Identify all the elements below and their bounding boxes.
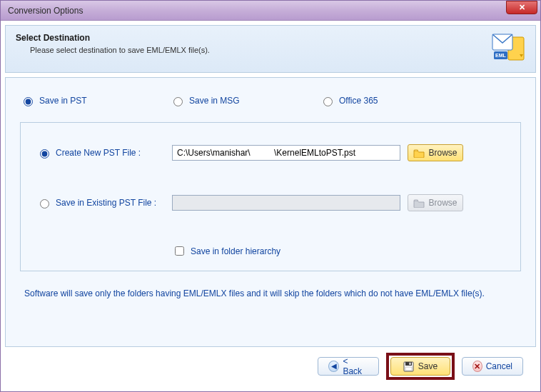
- label-existing-pst: Save in Existing PST File :: [56, 198, 156, 208]
- back-button[interactable]: ◀ < Back: [318, 357, 379, 376]
- label-save-pst: Save in PST: [39, 96, 87, 106]
- conversion-options-window: Conversion Options ✕ Select Destination …: [0, 0, 541, 392]
- header-title: Select Destination: [16, 33, 210, 43]
- label-save-msg: Save in MSG: [189, 96, 240, 106]
- label-office365: Office 365: [339, 96, 378, 106]
- radio-save-pst[interactable]: [24, 97, 33, 106]
- header-panel: Select Destination Please select destina…: [5, 25, 536, 73]
- option-save-msg[interactable]: Save in MSG: [170, 95, 313, 106]
- save-button-highlight: Save: [386, 353, 455, 380]
- floppy-disk-icon: [403, 361, 414, 372]
- browse-create-button[interactable]: Browse: [408, 144, 463, 161]
- arrow-left-icon: ◀: [328, 361, 339, 372]
- radio-existing-pst[interactable]: [40, 199, 49, 208]
- option-office365[interactable]: Office 365: [320, 95, 434, 106]
- main-panel: Save in PST Save in MSG Office 365 Creat…: [5, 77, 536, 347]
- existing-pst-path-input: [172, 195, 400, 211]
- radio-create-new-pst[interactable]: [40, 149, 49, 159]
- option-create-new-pst[interactable]: Create New PST File :: [36, 147, 165, 159]
- hierarchy-checkbox[interactable]: [175, 246, 184, 256]
- svg-rect-6: [409, 362, 410, 364]
- window-close-button[interactable]: ✕: [506, 1, 537, 14]
- svg-text:EML: EML: [495, 53, 507, 58]
- back-label: < Back: [343, 356, 368, 376]
- folder-icon: [413, 198, 425, 208]
- save-label: Save: [418, 361, 438, 371]
- info-note: Software will save only the folders havi…: [24, 288, 521, 298]
- pst-options-box: Create New PST File : Browse Save: [20, 122, 521, 271]
- button-bar: ◀ < Back Save ✕ Cancel: [5, 347, 536, 387]
- radio-office365[interactable]: [323, 97, 333, 106]
- cancel-x-icon: ✕: [472, 361, 482, 372]
- close-icon: ✕: [519, 3, 525, 12]
- browse-create-label: Browse: [428, 148, 457, 158]
- browse-existing-label: Browse: [428, 198, 457, 208]
- titlebar: Conversion Options ✕: [1, 1, 540, 21]
- option-existing-pst[interactable]: Save in Existing PST File :: [36, 197, 165, 208]
- option-save-pst[interactable]: Save in PST: [20, 95, 163, 106]
- label-create-new-pst: Create New PST File :: [56, 148, 141, 158]
- folder-open-icon: [413, 149, 425, 158]
- browse-existing-button: Browse: [408, 194, 463, 211]
- svg-rect-7: [405, 367, 412, 371]
- window-title: Conversion Options: [8, 6, 83, 16]
- hierarchy-label: Save in folder hierarchy: [191, 246, 280, 256]
- radio-save-msg[interactable]: [173, 97, 183, 106]
- cancel-label: Cancel: [486, 361, 512, 371]
- svg-rect-5: [405, 362, 412, 366]
- cancel-button[interactable]: ✕ Cancel: [462, 357, 523, 376]
- eml-file-icon: EML: [491, 33, 525, 65]
- save-button[interactable]: Save: [390, 357, 450, 376]
- create-pst-path-input[interactable]: [172, 145, 400, 161]
- header-subtitle: Please select destination to save EML/EM…: [30, 46, 210, 54]
